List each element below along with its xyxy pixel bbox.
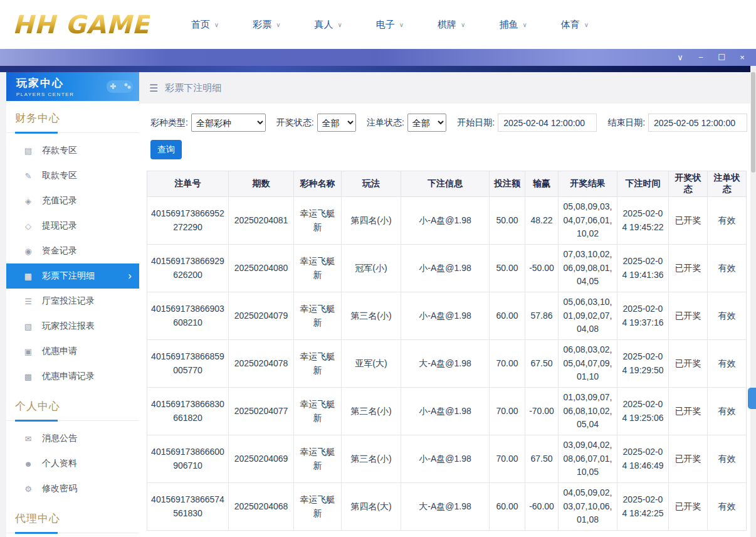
- sidebar-item-withdraw[interactable]: ✎取款专区: [6, 163, 139, 188]
- bet-status-select[interactable]: 全部: [407, 114, 446, 132]
- table-cell: 05,08,09,03,04,07,06,01,10,02: [559, 197, 617, 245]
- section-divider: [6, 532, 139, 533]
- sidebar-item-promo-apply-records[interactable]: ▩优惠申请记录: [6, 364, 139, 389]
- section-underline: [15, 420, 58, 422]
- sidebar: 玩家中心 PLAYERS CENTER 财务中心▤存款专区✎取款专区◈充值记录◇…: [0, 72, 139, 537]
- sidebar-item-lottery-bet-details[interactable]: ▦彩票下注明细›: [6, 263, 139, 289]
- column-header: 下注信息: [401, 171, 490, 197]
- breadcrumb-title: 彩票下注明细: [165, 82, 221, 94]
- draw-status-select[interactable]: 全部: [317, 114, 356, 132]
- chevron-down-icon: ∨: [399, 21, 404, 28]
- table-row: 40156917386685900577020250204078幸运飞艇新亚军(…: [147, 340, 747, 388]
- table-cell: 2025-02-04 19:25:06: [617, 388, 669, 435]
- end-date-input[interactable]: [648, 114, 747, 132]
- table-row: 40156917386683066182020250204077幸运飞艇新第三名…: [147, 388, 747, 435]
- table-cell: 有效: [708, 388, 747, 435]
- table-cell: 06,08,03,02,05,04,07,09,01,10: [559, 340, 617, 388]
- topnav-item-label: 体育: [561, 19, 580, 31]
- window-menu-chevron-icon[interactable]: ∨: [675, 53, 685, 61]
- menu-icon[interactable]: ☰: [149, 82, 158, 94]
- table-cell: 第三名(小): [342, 435, 401, 483]
- maximize-button[interactable]: ☐: [717, 53, 727, 61]
- table-cell: -60.00: [525, 483, 559, 531]
- table-cell: 第四名(大): [342, 483, 401, 531]
- column-header: 开奖状态: [669, 171, 708, 197]
- topnav-item-electronic[interactable]: 电子∨: [376, 19, 404, 31]
- table-cell: 幸运飞艇新: [294, 388, 342, 435]
- start-date-input[interactable]: [498, 114, 597, 132]
- lottery-type-select[interactable]: 全部彩种: [191, 114, 266, 132]
- sidebar-item-recharge-records[interactable]: ◈充值记录: [6, 188, 139, 213]
- table-cell: 已开奖: [669, 483, 708, 531]
- sidebar-item-deposit[interactable]: ▤存款专区: [6, 138, 139, 163]
- table-cell: -50.00: [525, 245, 559, 292]
- table-cell: 20250204081: [229, 197, 294, 245]
- topnav-item-sports[interactable]: 体育∨: [561, 19, 589, 31]
- table-cell: -70.00: [525, 388, 559, 435]
- table-cell: 亚军(大): [342, 340, 401, 388]
- column-header: 彩种名称: [294, 171, 342, 197]
- scrollbar[interactable]: [750, 66, 756, 537]
- sidebar-item-cashout-records[interactable]: ◇提现记录: [6, 213, 139, 238]
- cashout-record-icon: ◇: [23, 221, 34, 231]
- section-divider: [6, 132, 139, 133]
- table-cell: 2025-02-04 19:45:22: [617, 197, 669, 245]
- floating-widget[interactable]: [748, 388, 756, 409]
- chevron-down-icon: ∨: [276, 21, 280, 28]
- withdraw-icon: ✎: [23, 171, 34, 181]
- table-cell: 2025-02-04 18:42:25: [617, 483, 669, 531]
- table-cell: 401569173866600906710: [147, 435, 229, 483]
- gear-icon: ⚙: [23, 484, 34, 494]
- section-underline: [15, 532, 58, 534]
- topnav-item-home[interactable]: 首页∨: [191, 19, 219, 31]
- table-cell: 03,09,04,02,08,06,07,01,10,05: [559, 435, 617, 483]
- table-cell: 已开奖: [669, 340, 708, 388]
- chevron-down-icon: ∨: [461, 21, 465, 28]
- table-cell: 20250204079: [229, 292, 294, 340]
- gamepad-icon: [105, 77, 134, 98]
- close-button[interactable]: ×: [737, 53, 747, 61]
- sidebar-item-player-bet-report[interactable]: ▧玩家投注报表: [6, 314, 139, 339]
- main-content: 彩种类型: 全部彩种 开奖状态: 全部 注单状态: 全部 开始日期: 结束日期:…: [139, 104, 756, 537]
- topnav-item-label: 彩票: [253, 19, 271, 31]
- chevron-right-icon: ›: [128, 270, 132, 282]
- column-header: 投注额: [490, 171, 525, 197]
- sidebar-item-fund-records[interactable]: ◉资金记录: [6, 238, 139, 263]
- breadcrumb: ☰ 彩票下注明细: [139, 72, 756, 104]
- topnav-item-lottery[interactable]: 彩票∨: [253, 19, 280, 31]
- topnav-item-fishing[interactable]: 捕鱼∨: [499, 19, 527, 31]
- table-body: 40156917386695227229020250204081幸运飞艇新第四名…: [147, 197, 747, 531]
- table-cell: 70.00: [490, 388, 525, 435]
- sidebar-item-promo-apply[interactable]: ▣优惠申请: [6, 339, 139, 364]
- table-cell: 05,06,03,10,01,09,02,07,04,08: [559, 292, 617, 340]
- lottery-type-label: 彩种类型:: [150, 117, 188, 129]
- sidebar-item-messages[interactable]: ✉消息公告: [6, 426, 139, 451]
- column-header: 开奖结果: [559, 171, 617, 197]
- table-cell: 已开奖: [669, 388, 708, 435]
- topnav-item-chess[interactable]: 棋牌∨: [438, 19, 465, 31]
- table-cell: 已开奖: [669, 245, 708, 292]
- start-date-label: 开始日期:: [457, 117, 495, 129]
- table-cell: 大-A盘@1.98: [401, 340, 490, 388]
- minimize-button[interactable]: −: [696, 53, 706, 61]
- table-cell: 20250204068: [229, 483, 294, 531]
- topnav-item-live[interactable]: 真人∨: [314, 19, 342, 31]
- scrollbar-thumb[interactable]: [751, 72, 755, 173]
- table-cell: 20250204069: [229, 435, 294, 483]
- table-cell: 小-A盘@1.98: [401, 435, 490, 483]
- topnav-item-label: 棋牌: [438, 19, 456, 31]
- column-header: 注单号: [147, 171, 229, 197]
- topnav-item-label: 真人: [314, 19, 333, 31]
- sidebar-item-label: 资金记录: [42, 245, 77, 257]
- sidebar-item-room-bet-records[interactable]: ☰厅室投注记录: [6, 289, 139, 314]
- table-cell: 第三名(小): [342, 388, 401, 435]
- table-cell: 有效: [708, 483, 747, 531]
- query-button[interactable]: 查询: [150, 140, 182, 159]
- sidebar-item-profile[interactable]: ☻个人资料: [6, 451, 139, 476]
- column-header: 玩法: [342, 171, 401, 197]
- table-cell: 60.00: [490, 483, 525, 531]
- sidebar-item-change-password[interactable]: ⚙修改密码: [6, 476, 139, 501]
- chevron-down-icon: ∨: [584, 21, 589, 28]
- topnav-item-label: 捕鱼: [499, 19, 518, 31]
- table-cell: 70.00: [490, 435, 525, 483]
